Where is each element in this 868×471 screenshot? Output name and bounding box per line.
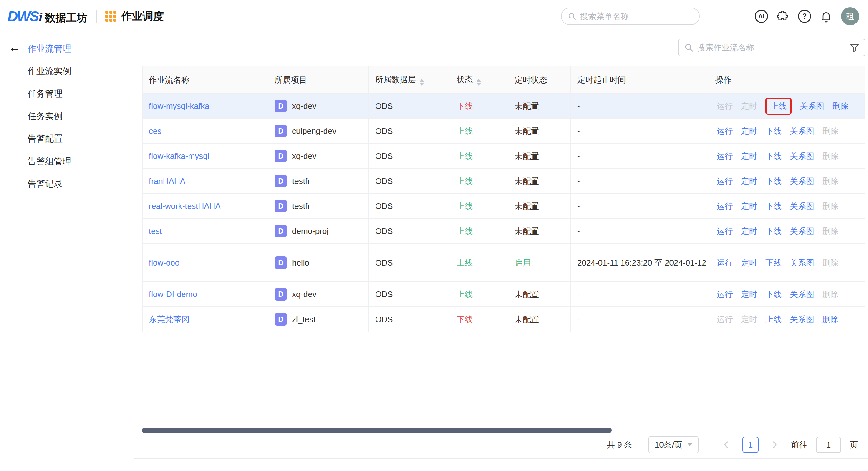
project-cell: Dhello [275, 257, 368, 269]
workflow-search-input[interactable] [697, 43, 846, 53]
op-schedule[interactable]: 定时 [741, 257, 757, 268]
op-relation-graph[interactable]: 关系图 [800, 101, 824, 112]
menu-search-box[interactable] [561, 7, 700, 25]
op-relation-graph[interactable]: 关系图 [790, 314, 814, 325]
op-relation-graph[interactable]: 关系图 [790, 226, 814, 237]
op-offline[interactable]: 下线 [766, 226, 782, 237]
sidebar-item-task-management[interactable]: 任务管理 [0, 83, 134, 105]
timer-status: 未配置 [508, 169, 571, 194]
op-schedule[interactable]: 定时 [741, 126, 757, 137]
project-cell: Dcuipeng-dev [275, 125, 368, 137]
goto-unit: 页 [850, 439, 858, 450]
help-icon[interactable]: ? [798, 10, 811, 23]
back-arrow-icon[interactable]: ← [9, 42, 20, 53]
op-schedule[interactable]: 定时 [741, 151, 757, 162]
op-delete: 删除 [823, 257, 839, 268]
op-schedule[interactable]: 定时 [741, 201, 757, 212]
bell-icon[interactable] [820, 10, 832, 23]
sort-icon[interactable] [476, 79, 481, 86]
header-icons: AI ? 租 [755, 7, 859, 25]
plugin-icon[interactable] [777, 10, 789, 23]
prev-page-button[interactable] [718, 437, 734, 452]
header-divider [96, 10, 97, 23]
op-delete: 删除 [823, 151, 839, 162]
time-range: 2024-01-11 16:23:20 至 2024-01-12 [571, 244, 709, 282]
app-grid-icon[interactable] [105, 11, 116, 22]
sidebar-item-workflow-management[interactable]: 作业流管理 [0, 37, 134, 60]
column-header[interactable]: 所属数据层 [369, 66, 450, 93]
op-run[interactable]: 运行 [717, 151, 733, 162]
op-run[interactable]: 运行 [717, 176, 733, 187]
page-size-select[interactable]: 10条/页 [649, 436, 699, 453]
op-run[interactable]: 运行 [717, 257, 733, 268]
goto-page-input[interactable] [816, 437, 841, 453]
op-schedule[interactable]: 定时 [741, 176, 757, 187]
brand-logo: DWSi 数据工坊 [7, 8, 87, 25]
scrollbar-thumb[interactable] [142, 428, 612, 433]
sidebar-item-alert-group-management[interactable]: 告警组管理 [0, 150, 134, 173]
filter-icon[interactable] [850, 43, 859, 52]
logo-i-text: i [39, 10, 42, 24]
op-delete[interactable]: 删除 [823, 314, 839, 325]
workflow-name-link[interactable]: real-work-testHAHA [149, 201, 221, 211]
sidebar-item-alert-config[interactable]: 告警配置 [0, 127, 134, 150]
op-relation-graph[interactable]: 关系图 [790, 201, 814, 212]
operations: 运行定时上线关系图删除 [715, 99, 865, 113]
op-offline[interactable]: 下线 [766, 289, 782, 300]
op-run[interactable]: 运行 [717, 201, 733, 212]
horizontal-scrollbar[interactable] [142, 428, 865, 433]
sidebar-item-alert-records[interactable]: 告警记录 [0, 173, 134, 195]
op-schedule[interactable]: 定时 [741, 226, 757, 237]
status: 下线 [450, 307, 508, 332]
op-offline[interactable]: 下线 [766, 176, 782, 187]
op-run[interactable]: 运行 [717, 289, 733, 300]
table-row: cesDcuipeng-devODS上线未配置-运行定时下线关系图删除 [142, 119, 865, 144]
op-relation-graph[interactable]: 关系图 [790, 176, 814, 187]
workflow-name-link[interactable]: 东莞梵蒂冈 [149, 315, 189, 324]
op-run[interactable]: 运行 [717, 226, 733, 237]
sidebar-item-task-instances[interactable]: 任务实例 [0, 105, 134, 127]
op-offline[interactable]: 下线 [766, 201, 782, 212]
sort-icon[interactable] [420, 79, 424, 86]
op-relation-graph[interactable]: 关系图 [790, 289, 814, 300]
op-offline[interactable]: 下线 [766, 257, 782, 268]
op-delete[interactable]: 删除 [832, 101, 848, 112]
op-offline[interactable]: 下线 [766, 151, 782, 162]
op-relation-graph[interactable]: 关系图 [790, 257, 814, 268]
menu-search-input[interactable] [580, 11, 693, 21]
time-range: - [571, 282, 709, 307]
current-page-button[interactable]: 1 [742, 437, 758, 453]
project-badge: D [275, 288, 287, 300]
time-range: - [571, 194, 709, 218]
op-online[interactable]: 上线 [766, 97, 792, 115]
workflow-name-link[interactable]: flow-kafka-mysql [149, 151, 210, 161]
workflow-name-link[interactable]: franHAHA [149, 176, 185, 186]
workflow-name-link[interactable]: test [149, 227, 162, 236]
column-header: 所属项目 [268, 66, 369, 93]
ai-assistant-icon[interactable]: AI [755, 10, 768, 23]
logo-dws-text: DWS [7, 8, 38, 25]
workflow-search-box[interactable] [678, 39, 866, 56]
table-row: flow-kafka-mysqlDxq-devODS上线未配置-运行定时下线关系… [142, 144, 865, 169]
op-offline[interactable]: 下线 [766, 126, 782, 137]
op-run[interactable]: 运行 [717, 126, 733, 137]
op-relation-graph[interactable]: 关系图 [790, 151, 814, 162]
user-avatar[interactable]: 租 [841, 7, 859, 25]
workflow-name-link[interactable]: ces [149, 126, 161, 136]
op-relation-graph[interactable]: 关系图 [790, 126, 814, 137]
next-page-button[interactable] [767, 437, 782, 452]
workflow-name-link[interactable]: flow-mysql-kafka [149, 101, 210, 111]
op-schedule[interactable]: 定时 [741, 289, 757, 300]
op-online[interactable]: 上线 [766, 314, 782, 325]
project-badge: D [275, 175, 287, 187]
sidebar-item-workflow-instances[interactable]: 作业流实例 [0, 60, 134, 83]
project-name: zl_test [292, 315, 315, 324]
time-range: - [571, 218, 709, 244]
workflow-name-link[interactable]: flow-ooo [149, 258, 180, 267]
project-badge: D [275, 257, 287, 269]
workflow-name-link[interactable]: flow-DI-demo [149, 290, 197, 299]
data-layer: ODS [369, 119, 450, 144]
column-header[interactable]: 状态 [450, 66, 508, 93]
table-row: 东莞梵蒂冈Dzl_testODS下线未配置-运行定时上线关系图删除 [142, 307, 865, 332]
project-cell: Dxq-dev [275, 288, 368, 300]
